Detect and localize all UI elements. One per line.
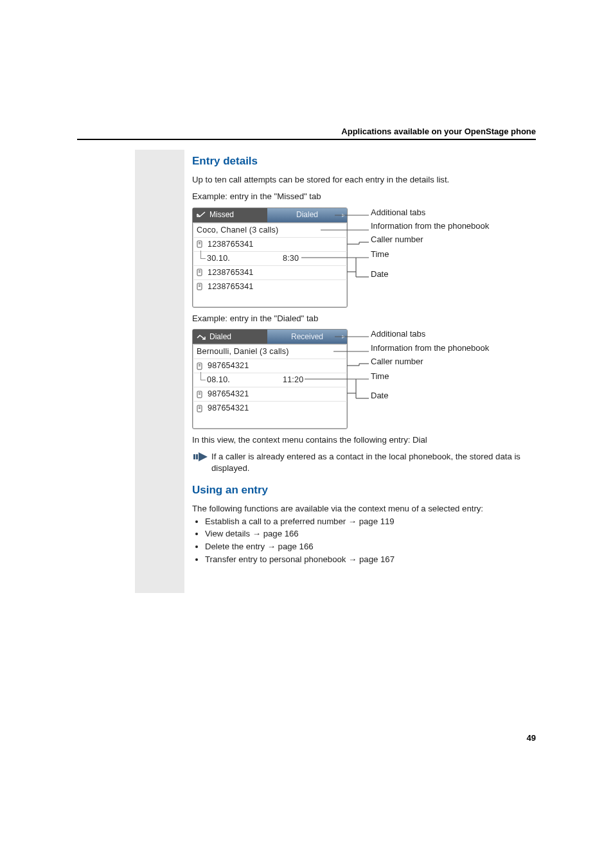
callout-tabs-d: Additional tabs [371,329,489,339]
note-text: If a caller is already entered as a cont… [211,451,533,474]
callout-date: Date [371,269,489,279]
callout-time: Time [371,249,489,260]
page-header: Applications available on your OpenStage… [77,127,536,140]
li2b: page 166 [261,529,299,538]
li1b: page 119 [357,517,395,526]
callout-info-d: Information from the phonebook [371,343,489,353]
text-intro-1: Up to ten call attempts can be stored fo… [192,174,533,186]
arrow-icon: → [253,529,261,538]
callout-number-d: Caller number [371,357,489,367]
text-example-missed: Example: entry in the "Missed" tab [192,191,533,202]
arrow-icon: → [348,517,357,526]
list-item-3: Delete the entry → page 166 [205,541,533,553]
note-arrow-icon [193,451,210,463]
arrow-icon: → [267,542,276,551]
heading-using-entry: Using an entry [192,483,533,498]
note-block: If a caller is already entered as a cont… [192,451,533,474]
page-number: 49 [527,733,536,743]
li3a: Delete the entry [205,542,267,551]
svg-marker-40 [199,452,208,461]
li3b: page 166 [276,542,314,551]
li4a: Transfer entry to personal phonebook [205,554,348,564]
li4b: page 167 [357,554,395,564]
svg-rect-38 [193,454,195,459]
li2a: View details [205,529,253,538]
callouts-dialed: Additional tabs Information from the pho… [371,329,489,404]
callout-info: Information from the phonebook [371,221,489,231]
left-margin-stripe [135,150,184,593]
heading-entry-details: Entry details [192,154,533,169]
callout-tabs: Additional tabs [371,208,489,218]
callouts-missed: Additional tabs Information from the pho… [371,208,489,283]
svg-rect-39 [196,454,198,459]
diagram-missed: Missed Dialed ▸ Coco, Chanel (3 calls) 1… [192,208,533,317]
main-content: Entry details Up to ten call attempts ca… [192,154,533,567]
callout-date-d: Date [371,391,489,401]
diagram-dialed: Dialed Received ▸ Bernoulli, Daniel (3 c… [192,329,533,438]
callout-number: Caller number [371,235,489,245]
list-item-2: View details → page 166 [205,528,533,540]
li1a: Establish a call to a preferred number [205,517,348,526]
callout-time-d: Time [371,371,489,382]
list-item-4: Transfer entry to personal phonebook → p… [205,554,533,565]
list-item-1: Establish a call to a preferred number →… [205,516,533,527]
function-list: Establish a call to a preferred number →… [192,516,533,565]
arrow-icon: → [348,554,357,564]
text-section2-intro: The following functions are available vi… [192,503,533,515]
